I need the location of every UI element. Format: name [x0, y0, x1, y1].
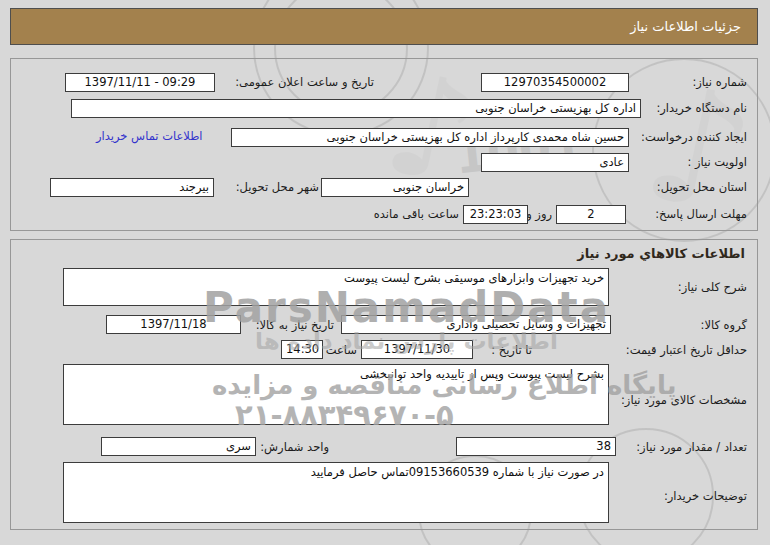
buyer-org-field[interactable]: اداره کل بهزیستی خراسان جنوبی [71, 99, 641, 118]
priority-label: اولویت نیاز : [687, 154, 747, 171]
need-date-label: تاریخ نیاز به کالا: [256, 317, 334, 334]
goods-group-label: گروه کالا: [701, 317, 747, 334]
page: { "title": "جزئیات اطلاعات نیاز", "color… [0, 0, 770, 545]
announce-datetime-field[interactable]: 1397/11/11 - 09:29 [65, 73, 215, 92]
priority-field[interactable]: عادی [481, 153, 629, 172]
buyer-notes-label: توضیحات خریدار: [664, 488, 747, 505]
delivery-city-field[interactable]: بیرجند [50, 178, 214, 197]
unit-field[interactable]: سری [101, 437, 256, 456]
specs-label: مشخصات کالای مورد نیاز: [621, 392, 747, 409]
delivery-city-label: شهر محل تحویل: [236, 179, 319, 196]
price-validity-label: حداقل تاریخ اعتبار قیمت: [626, 342, 747, 359]
deadline-remaining-label: ساعت باقی مانده [374, 206, 459, 223]
buyer-notes-textarea[interactable]: در صورت نیاز با شماره 09153660539تماس حا… [63, 462, 609, 523]
deadline-days-unit-label: روز و [526, 206, 552, 223]
need-date-field[interactable]: 1397/11/18 [106, 315, 241, 334]
need-number-field[interactable]: 12970354500002 [481, 73, 629, 92]
quantity-label: تعداد / مقدار مورد نیاز: [636, 439, 747, 456]
delivery-province-field[interactable]: خراسان جنوبی [321, 178, 469, 197]
overall-desc-textarea[interactable]: خرید تجهیزات وابزارهای موسیقی بشرح لیست … [63, 268, 609, 306]
requester-field[interactable]: حسین شاه محمدی کارپرداز اداره کل بهزیستی… [231, 128, 629, 147]
deadline-days-field[interactable]: 2 [556, 205, 626, 224]
deadline-time-field[interactable]: 23:23:03 [463, 205, 528, 224]
buyer-contact-link[interactable]: اطلاعات تماس خریدار [96, 129, 203, 143]
hour-field[interactable]: 14:30 [281, 340, 323, 359]
reply-deadline-label: مهلت ارسال پاسخ: [655, 206, 747, 223]
page-title: جزئیات اطلاعات نیاز [10, 8, 758, 45]
delivery-province-label: استان محل تحویل: [657, 179, 747, 196]
until-date-field[interactable]: 1397/11/30 [361, 340, 473, 359]
goods-group-field[interactable]: تجهیزات و وسایل تحصیلی واداری [341, 315, 611, 334]
announce-datetime-label: تاریخ و ساعت اعلان عمومی: [235, 74, 374, 91]
specs-textarea[interactable]: بشرح لیست پیوست وپس از تاییدیه واحد توان… [63, 364, 609, 425]
need-number-label: شماره نیاز: [692, 74, 747, 91]
unit-label: واحد شمارش: [260, 439, 329, 456]
goods-info-panel: اطلاعات کالاهاي مورد نیاز شرح کلی نیاز: … [10, 239, 758, 530]
requester-label: ایجاد کننده درخواست: [641, 129, 747, 146]
hour-label: ساعت : [318, 342, 357, 359]
overall-desc-label: شرح کلی نیاز: [678, 279, 747, 296]
buyer-org-label: نام دستگاه خریدار: [656, 100, 747, 117]
quantity-field[interactable]: 38 [456, 437, 616, 456]
until-date-label: تا تاریخ : [491, 342, 532, 359]
need-info-panel: شماره نیاز: 12970354500002 تاریخ و ساعت … [10, 58, 758, 231]
goods-section-header: اطلاعات کالاهاي مورد نیاز [577, 246, 745, 261]
